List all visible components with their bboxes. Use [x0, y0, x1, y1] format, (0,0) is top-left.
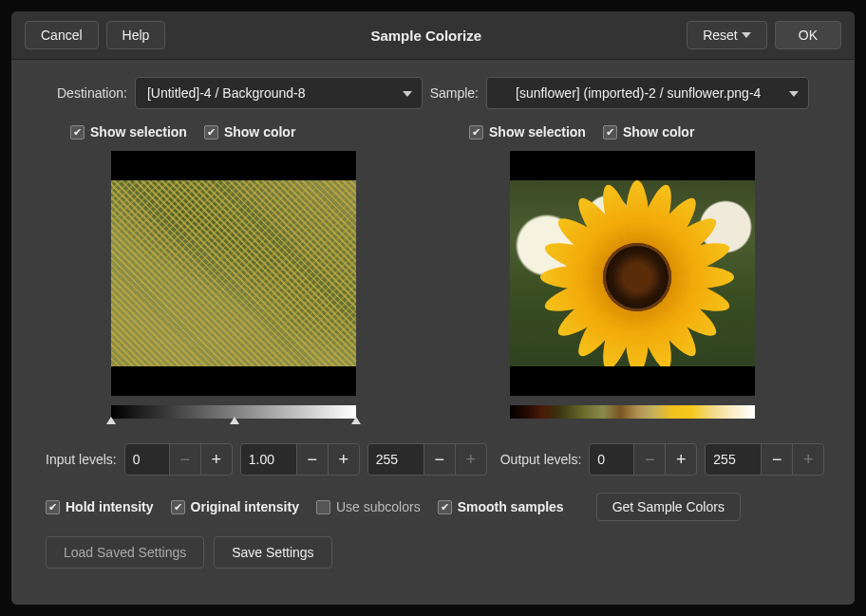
checkbox-icon — [316, 500, 330, 514]
checkbox-icon — [603, 125, 617, 140]
destination-label: Destination: — [57, 85, 127, 101]
input-low-plus[interactable]: + — [200, 443, 233, 476]
titlebar: Cancel Help Sample Colorize Reset OK — [11, 11, 855, 60]
destination-preview[interactable] — [111, 151, 356, 396]
checkbox-label: Smooth samples — [458, 499, 564, 514]
cancel-button[interactable]: Cancel — [25, 21, 99, 49]
sample-label: Sample: — [430, 85, 479, 101]
dialog-body: Destination: [Untitled]-4 / Background-8… — [11, 60, 855, 605]
checkbox-label: Show color — [623, 124, 694, 140]
dialog-title: Sample Colorize — [165, 28, 687, 44]
sample-gradient[interactable] — [510, 405, 755, 419]
destination-panel: Show selection Show color — [47, 124, 420, 428]
sample-image — [510, 180, 755, 366]
slider-handle-high[interactable] — [351, 417, 361, 424]
checkbox-label: Show color — [224, 124, 295, 140]
input-gamma-minus[interactable]: − — [296, 443, 329, 476]
checkbox-label: Use subcolors — [336, 499, 421, 514]
dropdown-icon — [403, 91, 412, 97]
destination-image — [111, 180, 356, 366]
output-low-field[interactable] — [589, 443, 634, 476]
input-high-field[interactable] — [367, 443, 424, 476]
sample-value: [sunflower] (imported)-2 / sunflower.png… — [516, 85, 761, 101]
slider-handle-low[interactable] — [106, 417, 116, 424]
load-saved-settings-button[interactable]: Load Saved Settings — [46, 536, 204, 569]
checkbox-icon — [469, 125, 483, 140]
get-sample-colors-button[interactable]: Get Sample Colors — [596, 493, 741, 521]
checkbox-label: Show selection — [489, 124, 586, 140]
sunflower-center — [603, 243, 671, 311]
checkbox-icon — [438, 500, 452, 514]
output-levels-label: Output levels: — [500, 452, 582, 467]
sample-show-color-checkbox[interactable]: Show color — [603, 124, 694, 140]
smooth-samples-checkbox[interactable]: Smooth samples — [438, 499, 564, 514]
input-levels-label: Input levels: — [46, 452, 117, 467]
checkbox-label: Original intensity — [191, 499, 299, 514]
sample-colorize-dialog: Cancel Help Sample Colorize Reset OK Des… — [11, 11, 855, 605]
output-level-slider[interactable] — [510, 419, 755, 428]
output-high-minus[interactable]: − — [761, 443, 793, 476]
help-button[interactable]: Help — [106, 21, 166, 49]
input-high-plus[interactable]: + — [455, 443, 487, 476]
use-subcolors-checkbox[interactable]: Use subcolors — [316, 499, 421, 514]
input-gamma-field[interactable] — [240, 443, 297, 476]
input-gamma-plus[interactable]: + — [328, 443, 360, 476]
checkbox-label: Show selection — [90, 124, 187, 140]
output-high-plus[interactable]: + — [792, 443, 824, 476]
original-intensity-checkbox[interactable]: Original intensity — [171, 499, 299, 514]
checkbox-icon — [70, 125, 85, 140]
checkbox-icon — [171, 500, 185, 514]
sample-panel: Show selection Show color — [446, 124, 819, 428]
output-high-field[interactable] — [705, 443, 762, 476]
checkbox-icon — [46, 500, 60, 514]
reset-label: Reset — [703, 28, 738, 43]
destination-value: [Untitled]-4 / Background-8 — [147, 85, 306, 101]
input-low-minus[interactable]: − — [169, 443, 201, 476]
slider-handle-mid[interactable] — [230, 417, 239, 424]
input-level-slider[interactable] — [111, 419, 356, 428]
output-low-plus[interactable]: + — [665, 443, 697, 476]
sample-show-selection-checkbox[interactable]: Show selection — [469, 124, 586, 140]
sample-dropdown[interactable]: [sunflower] (imported)-2 / sunflower.png… — [486, 77, 809, 109]
input-high-minus[interactable]: − — [424, 443, 456, 476]
destination-dropdown[interactable]: [Untitled]-4 / Background-8 — [135, 77, 423, 109]
output-low-minus[interactable]: − — [633, 443, 666, 476]
dest-show-color-checkbox[interactable]: Show color — [204, 124, 295, 140]
input-low-field[interactable] — [124, 443, 170, 476]
checkbox-icon — [204, 125, 218, 140]
chevron-down-icon — [742, 32, 751, 38]
ok-button[interactable]: OK — [775, 21, 841, 49]
sunflower-graphic — [556, 196, 718, 358]
save-settings-button[interactable]: Save Settings — [214, 536, 331, 569]
hold-intensity-checkbox[interactable]: Hold intensity — [46, 499, 154, 514]
dest-show-selection-checkbox[interactable]: Show selection — [70, 124, 187, 140]
checkbox-label: Hold intensity — [66, 499, 154, 514]
sample-preview[interactable] — [510, 151, 755, 396]
reset-button[interactable]: Reset — [687, 21, 767, 49]
dropdown-icon — [789, 91, 799, 97]
